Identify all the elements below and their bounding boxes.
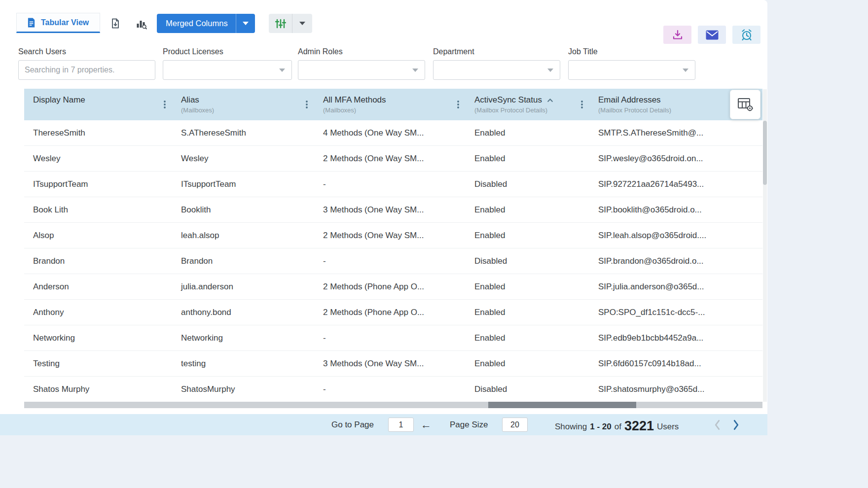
email-button[interactable] [698,26,726,44]
table-cell: 3 Methods (One Way SM... [314,197,466,222]
tab-label: Tabular View [41,18,89,27]
table-cell: SIP.6fd60157c0914b18ad... [589,351,762,376]
table-row[interactable]: ThereseSmithS.AThereseSmith4 Methods (On… [24,120,762,146]
chevron-down-icon [412,69,418,72]
table-cell: 4 Methods (One Way SM... [314,120,466,145]
bar-chart-icon [135,18,147,30]
table-row[interactable]: Andersonjulia.anderson2 Methods (Phone A… [24,274,762,300]
column-title: Display Name [33,95,85,105]
page-size-label: Page Size [450,420,488,430]
table-cell: leah.alsop [172,223,314,248]
merged-columns-label: Merged Columns [166,19,236,28]
user-report-panel: Tabular View Merged Columns [0,0,767,435]
file-export-icon [109,17,121,30]
alarm-clock-icon [740,29,753,41]
table-cell: ITsupportTeam [24,172,172,197]
table-row[interactable]: BrandonBrandon-DisabledSIP.brandon@o365d… [24,248,762,274]
go-to-page-label: Go to Page [331,420,374,430]
table-row[interactable]: Alsopleah.alsop2 Methods (One Way SM...E… [24,223,762,248]
mail-icon [706,30,719,40]
sliders-icon [275,18,286,29]
table-cell: - [314,248,466,274]
horizontal-scrollbar[interactable] [24,402,762,408]
go-back-arrow-icon[interactable]: ← [421,419,432,430]
export-report-button[interactable] [105,15,126,32]
table-cell: Book Lith [24,197,172,222]
table-row[interactable]: NetworkingNetworking-EnabledSIP.edb9eb1b… [24,325,762,351]
pagination-bar: Go to Page ← Page Size Showing 1 - 20 of… [0,414,767,435]
table-cell: Disabled [466,172,589,197]
schedule-alarm-button[interactable] [732,26,760,44]
column-settings-button[interactable] [730,90,760,119]
previous-page-button[interactable] [714,419,721,430]
table-cell: Enabled [466,120,589,145]
table-row[interactable]: ITsupportTeamITsupportTeam-DisabledSIP.9… [24,172,762,197]
table-cell: julia.anderson [172,274,314,299]
table-cell: SPO:SPO_df1c151c-dcc5-... [589,300,762,325]
column-header-alias[interactable]: Alias (Mailboxes) [172,89,314,120]
merged-columns-dropdown[interactable] [236,14,255,33]
table-row[interactable]: Book LithBooklith3 Methods (One Way SM..… [24,197,762,223]
column-menu-icon[interactable] [305,100,308,109]
table-cell: Enabled [466,197,589,222]
page-size-input[interactable] [502,418,528,432]
admin-roles-select[interactable] [298,60,425,80]
column-title: Alias [181,95,199,105]
table-cell: Booklith [172,197,314,222]
merged-columns-button[interactable]: Merged Columns [157,14,255,33]
column-subtitle: (Mailboxes) [181,106,314,114]
showing-range: 1 - 20 [590,422,611,432]
table-cell: Enabled [466,223,589,248]
table-cell: Anderson [24,274,172,299]
users-unit-label: Users [657,422,679,432]
table-cell: 3 Methods (One Way SM... [314,351,466,376]
tab-tabular-view[interactable]: Tabular View [16,13,100,33]
chevron-down-icon [279,69,285,72]
next-page-button[interactable] [733,419,739,430]
table-cell: Enabled [466,351,589,376]
column-header-display-name[interactable]: Display Name [24,89,172,120]
sort-ascending-icon [547,98,553,103]
table-cell: Networking [172,325,314,350]
vertical-scrollbar[interactable] [763,89,767,402]
table-body: ThereseSmithS.AThereseSmith4 Methods (On… [24,120,762,402]
table-cell: ThereseSmith [24,120,172,145]
product-licenses-label: Product Licenses [163,47,223,56]
column-menu-icon[interactable] [580,100,583,109]
download-button[interactable] [663,26,691,44]
table-cell: ITsupportTeam [172,172,314,197]
vertical-scrollbar-thumb[interactable] [763,121,767,185]
department-select[interactable] [433,60,560,80]
table-gear-icon [737,97,753,112]
department-label: Department [433,47,474,56]
horizontal-scrollbar-thumb[interactable] [488,402,636,408]
page-number-input[interactable] [388,418,414,432]
column-menu-icon[interactable] [457,100,460,109]
chevron-down-icon [683,69,688,72]
column-title: ActiveSync Status [474,95,542,105]
table-cell: Networking [24,325,172,350]
column-menu-icon[interactable] [163,100,166,109]
table-cell: testing [172,351,314,376]
showing-summary: Showing 1 - 20 of 3221 Users [555,414,679,435]
column-header-activesync-status[interactable]: ActiveSync Status (Mailbox Protocol Deta… [466,89,589,120]
product-licenses-select[interactable] [163,60,292,80]
table-cell: - [314,172,466,197]
table-row[interactable]: Shatos MurphyShatosMurphy-DisabledSIP.sh… [24,377,762,402]
table-row[interactable]: Anthonyanthony.bond2 Methods (Phone App … [24,300,762,325]
chart-view-button[interactable] [131,15,151,32]
search-users-input[interactable] [18,60,155,80]
table-row[interactable]: WesleyWesley2 Methods (One Way SM...Enab… [24,146,762,172]
table-cell: Anthony [24,300,172,325]
chevron-left-icon [714,424,721,432]
search-users-label: Search Users [18,47,66,56]
table-cell: SIP.edb9eb1bcbb4452a9a... [589,325,762,350]
sliders-dropdown-button[interactable] [292,14,312,33]
table-cell: SIP.leah.alsop@o365droid.... [589,223,762,248]
column-header-all-mfa-methods[interactable]: All MFA Methods (Mailboxes) [314,89,466,120]
table-row[interactable]: Testingtesting3 Methods (One Way SM...En… [24,351,762,377]
job-title-label: Job Title [568,47,598,56]
table-cell: Wesley [172,146,314,171]
column-sliders-button[interactable] [269,14,292,33]
job-title-select[interactable] [568,60,695,80]
